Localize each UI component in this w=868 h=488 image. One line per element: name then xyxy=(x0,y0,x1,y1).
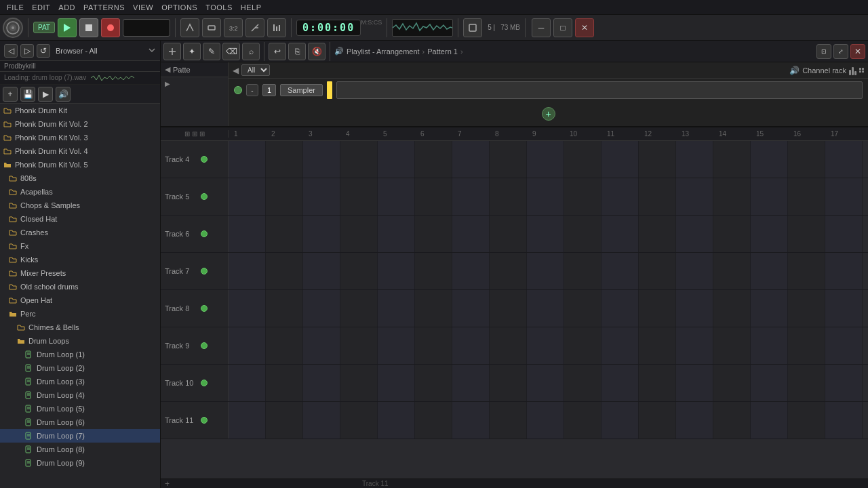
pat-button[interactable]: PAT xyxy=(33,22,55,33)
track-cell[interactable] xyxy=(676,402,713,439)
track-cell[interactable] xyxy=(751,141,788,178)
track-label-cell[interactable]: Track 10 xyxy=(161,365,229,401)
track-cell[interactable] xyxy=(751,253,788,289)
tree-item[interactable]: Drum Loop (8) xyxy=(0,443,160,456)
tree-item[interactable]: Drum Loops xyxy=(0,334,160,348)
track-cell[interactable] xyxy=(527,178,564,215)
mixer-btn[interactable] xyxy=(267,18,286,37)
tl-tool-1[interactable]: ⊞ xyxy=(184,130,190,138)
tree-item[interactable]: Closed Hat xyxy=(0,212,160,226)
track-cell[interactable] xyxy=(788,402,825,439)
track-cell[interactable] xyxy=(751,290,788,327)
track-label-cell[interactable]: Track 11 xyxy=(161,402,229,439)
tree-item[interactable]: Chimes & Bells xyxy=(0,321,160,334)
track-cell[interactable] xyxy=(303,365,340,401)
menu-item-patterns[interactable]: PATTERNS xyxy=(79,3,129,12)
tree-item[interactable]: Perc xyxy=(0,307,160,321)
tempo-input[interactable] xyxy=(123,19,170,37)
track-cell[interactable] xyxy=(452,216,490,252)
track-cell[interactable] xyxy=(788,327,825,364)
tree-item[interactable]: Fx xyxy=(0,239,160,253)
tree-item[interactable]: Kicks xyxy=(0,253,160,266)
save-browser-btn[interactable]: 💾 xyxy=(20,87,35,102)
track-cell[interactable] xyxy=(825,402,863,439)
add-channel-btn[interactable]: + xyxy=(542,107,555,121)
tree-item[interactable]: Phonk Drum Kit Vol. 4 xyxy=(0,144,160,158)
track-cell[interactable] xyxy=(266,141,303,178)
track-cell[interactable] xyxy=(340,365,378,401)
track-cell[interactable] xyxy=(751,327,788,364)
tl-tool-3[interactable]: ⊞ xyxy=(199,130,205,138)
tree-item[interactable]: Drum Loop (3) xyxy=(0,375,160,388)
play-button[interactable] xyxy=(58,18,77,37)
track-cell[interactable] xyxy=(266,178,303,215)
track-cell[interactable] xyxy=(266,402,303,439)
menu-item-tools[interactable]: TOOLS xyxy=(201,3,237,12)
track-cell[interactable] xyxy=(490,402,527,439)
pattern-expand-btn[interactable]: ▶ xyxy=(165,80,170,87)
sampler-button[interactable]: Sampler xyxy=(280,84,323,96)
tree-item[interactable]: Chops & Samples xyxy=(0,199,160,212)
tree-item[interactable]: Drum Loop (4) xyxy=(0,388,160,402)
track-cell[interactable] xyxy=(639,327,676,364)
track-cell[interactable] xyxy=(303,216,340,252)
track-cell[interactable] xyxy=(527,141,564,178)
track-cell[interactable] xyxy=(452,141,490,178)
maximize-btn[interactable]: □ xyxy=(553,18,572,37)
track-cell[interactable] xyxy=(639,141,676,178)
track-cell[interactable] xyxy=(825,216,863,252)
track-cell[interactable] xyxy=(229,253,266,289)
track-cell[interactable] xyxy=(452,178,490,215)
track-cell[interactable] xyxy=(452,253,490,289)
tb2-snap-btn[interactable] xyxy=(163,43,181,60)
preview-btn[interactable]: ▶ xyxy=(38,87,53,102)
ch-minus-btn[interactable]: - xyxy=(246,84,258,96)
track-cell[interactable] xyxy=(527,253,564,289)
track-cell[interactable] xyxy=(676,327,713,364)
tree-item[interactable]: Drum Loop (1) xyxy=(0,348,160,361)
track-cell[interactable] xyxy=(378,216,415,252)
track-cell[interactable] xyxy=(378,402,415,439)
window-btn[interactable] xyxy=(463,18,482,37)
track-cell[interactable] xyxy=(751,216,788,252)
pattern-arrow-left[interactable]: ◀ xyxy=(165,65,170,74)
track-cell[interactable] xyxy=(788,216,825,252)
track-cell[interactable] xyxy=(713,327,751,364)
track-cell[interactable] xyxy=(266,365,303,401)
track-cell[interactable] xyxy=(676,290,713,327)
meter-btn[interactable]: 3:2 xyxy=(224,18,243,37)
menu-item-add[interactable]: ADD xyxy=(54,3,79,12)
track-cell[interactable] xyxy=(527,290,564,327)
track-cell[interactable] xyxy=(415,178,452,215)
track-cell[interactable] xyxy=(564,402,601,439)
track-cell[interactable] xyxy=(378,365,415,401)
track-cell[interactable] xyxy=(229,178,266,215)
track-cell[interactable] xyxy=(601,141,639,178)
track-cell[interactable] xyxy=(825,141,863,178)
track-label-cell[interactable]: Track 8 xyxy=(161,290,229,327)
track-cell[interactable] xyxy=(490,141,527,178)
track-cell[interactable] xyxy=(527,216,564,252)
track-cell[interactable] xyxy=(713,402,751,439)
track-cell[interactable] xyxy=(601,216,639,252)
speaker-btn[interactable]: 🔊 xyxy=(56,87,71,102)
track-cell[interactable] xyxy=(303,402,340,439)
track-cell[interactable] xyxy=(340,290,378,327)
track-cell[interactable] xyxy=(378,253,415,289)
track-cell[interactable] xyxy=(564,365,601,401)
track-cell[interactable] xyxy=(452,402,490,439)
track-cell[interactable] xyxy=(564,216,601,252)
track-cell[interactable] xyxy=(378,141,415,178)
track-cell[interactable] xyxy=(527,327,564,364)
track-cell[interactable] xyxy=(415,402,452,439)
track-cell[interactable] xyxy=(415,216,452,252)
track-cell[interactable] xyxy=(713,290,751,327)
track-cell[interactable] xyxy=(415,290,452,327)
tree-item[interactable]: Drum Loop (2) xyxy=(0,361,160,375)
track-cell[interactable] xyxy=(378,327,415,364)
tb2-pencil-btn[interactable]: ✎ xyxy=(203,43,220,60)
tree-item[interactable]: 808s xyxy=(0,171,160,185)
track-cell[interactable] xyxy=(340,253,378,289)
tb2-zoom-btn[interactable]: ⌕ xyxy=(242,43,260,60)
track-cell[interactable] xyxy=(639,178,676,215)
